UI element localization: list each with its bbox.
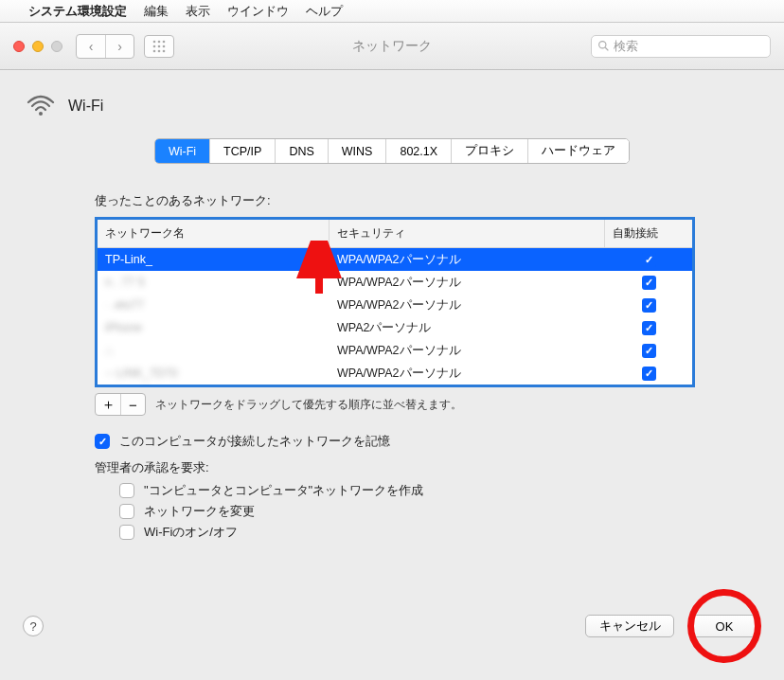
menu-edit[interactable]: 編集 (144, 3, 169, 20)
admin-create-checkbox[interactable] (119, 483, 134, 498)
cell-auto-join: ✓ (605, 298, 692, 313)
svg-point-11 (39, 112, 43, 116)
auto-join-checkbox[interactable]: ✓ (642, 321, 656, 335)
cell-security: WPA/WPA2パーソナル (330, 297, 605, 313)
col-auto-join[interactable]: 自動接続 (605, 220, 692, 247)
svg-point-9 (599, 42, 606, 48)
auto-join-checkbox[interactable]: ✓ (642, 367, 656, 381)
auto-join-checkbox[interactable]: ✓ (642, 344, 656, 358)
drag-hint: ネットワークをドラッグして優先する順序に並べ替えます。 (155, 398, 462, 412)
tab-dns[interactable]: DNS (276, 139, 328, 163)
table-row[interactable]: ∴ WPA/WPA2パーソナル✓ (98, 339, 692, 362)
svg-point-5 (163, 45, 166, 47)
add-network-button[interactable]: ＋ (96, 394, 120, 415)
admin-wifi-label: Wi-Fiのオン/オフ (144, 524, 238, 541)
ok-button[interactable]: OK (691, 615, 757, 637)
cancel-button[interactable]: キャンセル (585, 615, 674, 637)
col-security[interactable]: セキュリティ (330, 220, 605, 247)
cell-network-name: -- LINK_7D70 (98, 367, 330, 380)
cell-auto-join: ✓ (605, 367, 692, 381)
svg-point-1 (158, 40, 161, 43)
remember-networks-checkbox[interactable]: ✓ (95, 434, 110, 449)
nav-back-forward: ‹ › (76, 34, 134, 59)
cell-auto-join: ✓ (605, 321, 692, 335)
admin-wifi-checkbox[interactable] (119, 525, 134, 540)
known-networks-label: 使ったことのあるネットワーク: (95, 192, 695, 209)
cell-network-name: iPhone (98, 321, 330, 334)
cell-auto-join: ✓ (605, 276, 692, 290)
page-heading: Wi-Fi (27, 95, 761, 117)
search-icon (597, 40, 610, 52)
svg-point-7 (158, 49, 161, 52)
cell-security: WPA/WPA2パーソナル (330, 275, 605, 291)
remember-networks-label: このコンピュータが接続したネットワークを記憶 (119, 433, 390, 450)
table-row[interactable]: TP-Link_WPA/WPA2パーソナル✓ (98, 248, 692, 271)
auto-join-checkbox[interactable]: ✓ (642, 276, 656, 290)
svg-point-8 (163, 49, 166, 52)
table-row[interactable]: n . 77 5WPA/WPA2パーソナル✓ (98, 271, 692, 294)
cell-network-name: n . 77 5 (98, 276, 330, 289)
tab-bar: Wi-Fi TCP/IP DNS WINS 802.1X プロキシ ハードウェア (23, 138, 761, 164)
cell-auto-join: ✓ (605, 253, 692, 267)
tab-8021x[interactable]: 802.1X (386, 139, 452, 163)
search-placeholder: 検索 (614, 38, 638, 55)
search-field[interactable]: 検索 (591, 35, 771, 58)
svg-point-4 (158, 45, 161, 47)
svg-line-10 (605, 47, 608, 50)
menubar: システム環境設定 編集 表示 ウインドウ ヘルプ (0, 0, 784, 23)
footer: ? キャンセル OK (0, 589, 784, 663)
close-window-button[interactable] (13, 41, 25, 52)
tab-proxy[interactable]: プロキシ (452, 139, 528, 163)
menu-help[interactable]: ヘルプ (306, 3, 343, 20)
cell-auto-join: ✓ (605, 344, 692, 358)
admin-change-label: ネットワークを変更 (144, 503, 255, 520)
cell-network-name: TP-Link_ (98, 253, 330, 266)
minimize-window-button[interactable] (32, 41, 44, 52)
tab-wifi[interactable]: Wi-Fi (155, 139, 210, 163)
window-toolbar: ‹ › ネットワーク 検索 (0, 23, 784, 70)
auto-join-checkbox[interactable]: ✓ (642, 253, 656, 267)
help-button[interactable]: ? (23, 616, 44, 636)
page-title: Wi-Fi (68, 98, 103, 115)
back-button[interactable]: ‹ (77, 35, 105, 58)
tab-wins[interactable]: WINS (329, 139, 387, 163)
grid-icon (152, 40, 166, 53)
table-header: ネットワーク名 セキュリティ 自動接続 (98, 220, 692, 248)
table-row[interactable]: -- LINK_7D70WPA/WPA2パーソナル✓ (98, 362, 692, 385)
window-controls (13, 41, 62, 52)
cell-security: WPA/WPA2パーソナル (330, 366, 605, 382)
menu-view[interactable]: 表示 (186, 3, 210, 20)
zoom-window-button[interactable] (51, 41, 62, 52)
table-row[interactable]: iPhoneWPA2パーソナル✓ (98, 316, 692, 339)
admin-approval-label: 管理者の承認を要求: (95, 459, 695, 476)
cell-security: WPA2パーソナル (330, 320, 605, 336)
forward-button[interactable]: › (105, 35, 134, 58)
svg-point-0 (153, 40, 156, 43)
cell-network-name: ∴ (98, 344, 330, 358)
cell-security: WPA/WPA2パーソナル (330, 252, 605, 268)
cell-network-name: · .elo77 (98, 298, 330, 312)
known-networks-table[interactable]: ネットワーク名 セキュリティ 自動接続 TP-Link_WPA/WPA2パーソナ… (95, 217, 695, 387)
show-all-button[interactable] (144, 35, 174, 58)
cell-security: WPA/WPA2パーソナル (330, 343, 605, 359)
app-name[interactable]: システム環境設定 (28, 3, 127, 20)
tab-tcpip[interactable]: TCP/IP (210, 139, 276, 163)
wifi-icon (27, 95, 55, 117)
admin-change-checkbox[interactable] (119, 504, 134, 519)
table-row[interactable]: · .elo77WPA/WPA2パーソナル✓ (98, 294, 692, 316)
add-remove-controls: ＋ − (95, 393, 146, 416)
remove-network-button[interactable]: − (120, 394, 145, 415)
col-network-name[interactable]: ネットワーク名 (98, 220, 330, 247)
auto-join-checkbox[interactable]: ✓ (642, 298, 656, 313)
tab-hardware[interactable]: ハードウェア (528, 139, 629, 163)
menu-window[interactable]: ウインドウ (227, 3, 289, 20)
svg-point-6 (153, 49, 156, 52)
svg-point-2 (163, 40, 166, 43)
admin-create-label: "コンピュータとコンピュータ"ネットワークを作成 (144, 482, 423, 499)
svg-point-3 (153, 45, 156, 47)
